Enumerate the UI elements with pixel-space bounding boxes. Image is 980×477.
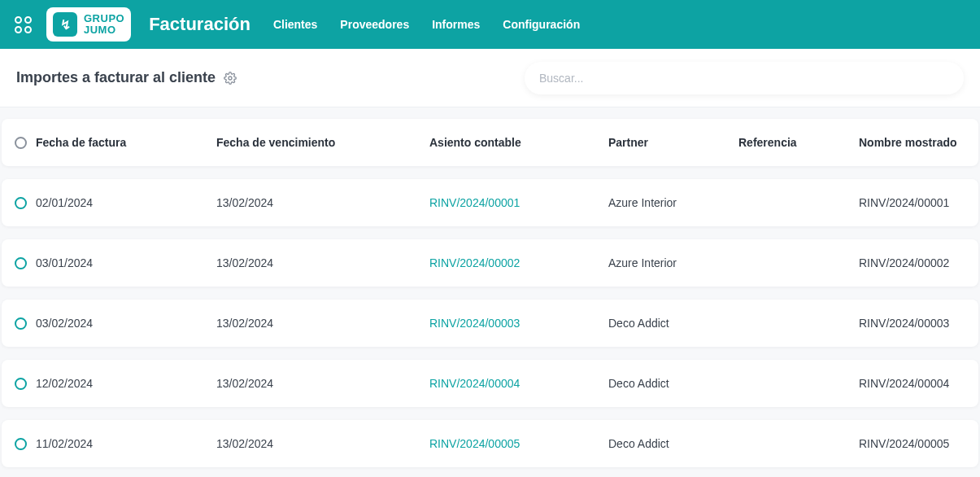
table-header: Fecha de factura Fecha de vencimiento As… [2,119,978,166]
cell-invoice-date: 11/02/2024 [36,437,216,450]
list-view: Fecha de factura Fecha de vencimiento As… [0,107,980,477]
control-panel: Importes a facturar al cliente [0,49,980,107]
cell-partner: Deco Addict [608,437,738,450]
col-header-invoice-date[interactable]: Fecha de factura [36,136,216,149]
row-select-radio[interactable] [15,438,27,450]
topbar: ↯ GRUPO JUMO Facturación Clientes Provee… [0,0,980,49]
cell-partner: Deco Addict [608,317,738,330]
cell-due-date: 13/02/2024 [216,377,429,390]
nav-proveedores[interactable]: Proveedores [340,18,409,31]
cell-invoice-date: 03/02/2024 [36,317,216,330]
col-header-display-name[interactable]: Nombre mostrado [859,136,965,149]
cell-invoice-date: 03/01/2024 [36,256,216,269]
cell-entry-link[interactable]: RINV/2024/00005 [429,437,608,450]
svg-point-0 [229,77,232,80]
col-header-partner[interactable]: Partner [608,136,738,149]
table-row[interactable]: 12/02/2024 13/02/2024 RINV/2024/00004 De… [2,360,978,407]
cell-entry-link[interactable]: RINV/2024/00002 [429,256,608,269]
nav-configuracion[interactable]: Configuración [503,18,580,31]
main-nav: Clientes Proveedores Informes Configurac… [273,18,580,31]
cell-invoice-date: 02/01/2024 [36,196,216,209]
cell-display-name: RINV/2024/00001 [859,196,965,209]
cell-partner: Azure Interior [608,256,738,269]
row-select-radio[interactable] [15,197,27,209]
table-row[interactable]: 02/01/2024 13/02/2024 RINV/2024/00001 Az… [2,179,978,226]
select-all-radio[interactable] [15,137,27,149]
nav-informes[interactable]: Informes [432,18,480,31]
col-header-entry[interactable]: Asiento contable [429,136,608,149]
apps-switcher-icon[interactable] [15,16,32,33]
gear-icon[interactable] [224,72,237,85]
brand-line2: JUMO [84,24,124,36]
nav-clientes[interactable]: Clientes [273,18,317,31]
cell-display-name: RINV/2024/00005 [859,437,965,450]
row-select-radio[interactable] [15,378,27,390]
cell-due-date: 13/02/2024 [216,196,429,209]
cell-due-date: 13/02/2024 [216,256,429,269]
brand-line1: GRUPO [84,13,124,24]
table-row[interactable]: 11/02/2024 13/02/2024 RINV/2024/00005 De… [2,420,978,467]
cell-display-name: RINV/2024/00003 [859,317,965,330]
col-header-ref[interactable]: Referencia [738,136,859,149]
brand-logo[interactable]: ↯ GRUPO JUMO [46,7,131,42]
brand-name: GRUPO JUMO [84,13,124,35]
cell-entry-link[interactable]: RINV/2024/00001 [429,196,608,209]
breadcrumb: Importes a facturar al cliente [16,69,216,86]
cell-entry-link[interactable]: RINV/2024/00003 [429,317,608,330]
search-input[interactable] [525,62,964,94]
cell-invoice-date: 12/02/2024 [36,377,216,390]
search-wrap [525,62,964,94]
breadcrumb-wrap: Importes a facturar al cliente [16,69,237,86]
cell-due-date: 13/02/2024 [216,437,429,450]
cell-display-name: RINV/2024/00002 [859,256,965,269]
cell-due-date: 13/02/2024 [216,317,429,330]
cell-entry-link[interactable]: RINV/2024/00004 [429,377,608,390]
table-row[interactable]: 03/02/2024 13/02/2024 RINV/2024/00003 De… [2,300,978,347]
cell-partner: Azure Interior [608,196,738,209]
app-title: Facturación [149,14,250,35]
cell-display-name: RINV/2024/00004 [859,377,965,390]
col-header-due-date[interactable]: Fecha de vencimiento [216,136,429,149]
logo-mark-icon: ↯ [53,12,77,37]
table-row[interactable]: 03/01/2024 13/02/2024 RINV/2024/00002 Az… [2,239,978,287]
cell-partner: Deco Addict [608,377,738,390]
row-select-radio[interactable] [15,317,27,330]
row-select-radio[interactable] [15,257,27,269]
